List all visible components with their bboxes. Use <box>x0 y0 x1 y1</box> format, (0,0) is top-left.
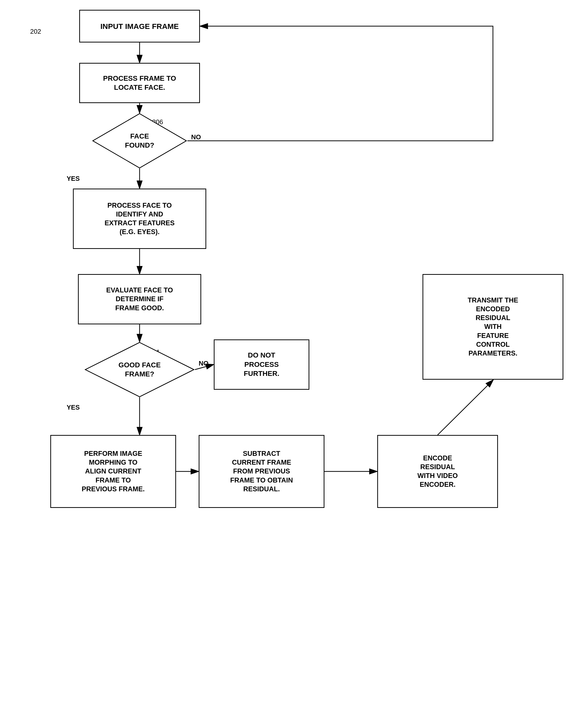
process-frame-box: PROCESS FRAME TOLOCATE FACE. <box>79 63 200 103</box>
perform-morph-box: PERFORM IMAGEMORPHING TOALIGN CURRENTFRA… <box>50 435 176 508</box>
good-face-diamond: GOOD FACE FRAME? <box>84 341 195 398</box>
face-found-no-label: NO <box>191 133 201 141</box>
node-id-202: 202 <box>30 28 41 35</box>
face-found-yes-label: YES <box>67 175 80 183</box>
subtract-frame-box: SUBTRACTCURRENT FRAMEFROM PREVIOUSFRAME … <box>199 435 325 508</box>
good-face-yes-label: YES <box>67 403 80 412</box>
face-found-diamond: FACE FOUND? <box>92 113 188 169</box>
transmit-box: TRANSMIT THEENCODEDRESIDUALWITHFEATURECO… <box>423 274 563 380</box>
do-not-process-box: DO NOTPROCESSFURTHER. <box>214 339 309 390</box>
encode-residual-box: ENCODERESIDUALWITH VIDEOENCODER. <box>377 435 498 508</box>
good-face-no-label: NO <box>199 360 209 367</box>
evaluate-face-box: EVALUATE FACE TODETERMINE IFFRAME GOOD. <box>78 274 201 324</box>
process-face-box: PROCESS FACE TOIDENTIFY ANDEXTRACT FEATU… <box>73 189 206 249</box>
input-image-frame-box: INPUT IMAGE FRAME <box>79 10 200 42</box>
